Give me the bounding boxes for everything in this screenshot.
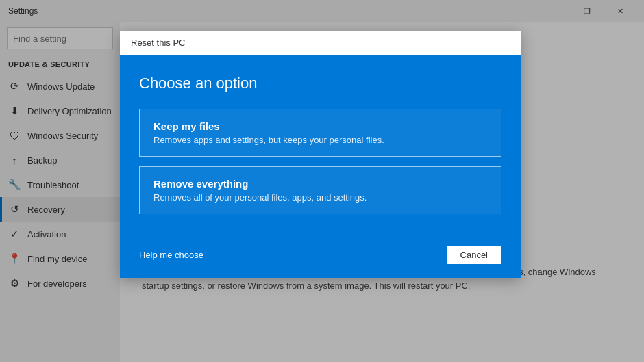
help-me-choose-link[interactable]: Help me choose [139,250,203,260]
remove-everything-option[interactable]: Remove everything Removes all of your pe… [139,166,501,214]
cancel-button[interactable]: Cancel [447,246,501,264]
dialog-heading: Choose an option [139,75,501,92]
remove-everything-desc: Removes all of your personal files, apps… [153,192,487,203]
dialog-titlebar: Reset this PC [120,31,521,55]
dialog-body: Choose an option Keep my files Removes a… [120,55,521,237]
reset-pc-dialog: Reset this PC Choose an option Keep my f… [120,31,521,278]
dialog-footer: Help me choose Cancel [120,237,521,278]
keep-files-title: Keep my files [153,120,487,132]
remove-everything-title: Remove everything [153,178,487,190]
dialog-titlebar-label: Reset this PC [131,38,185,48]
keep-my-files-option[interactable]: Keep my files Removes apps and settings,… [139,109,501,157]
keep-files-desc: Removes apps and settings, but keeps you… [153,135,487,145]
